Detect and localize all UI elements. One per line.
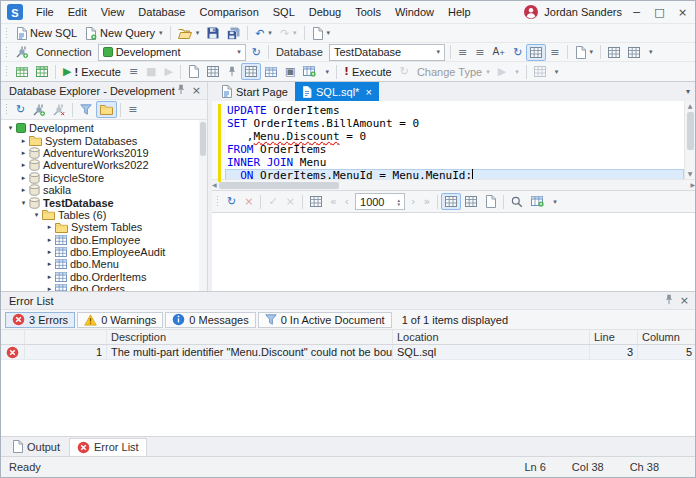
view-more-button[interactable]: ▾ [320,63,333,80]
prev-page-button[interactable]: ‹ [341,193,353,210]
tree-item[interactable]: ▸dbo.OrderItems [1,271,207,283]
refresh-results-button[interactable]: ↻ [396,63,413,80]
refresh-data-button[interactable]: ↻ [223,193,240,210]
pin-results-button[interactable] [223,63,241,80]
toolbar-grip[interactable] [5,65,9,78]
split-view-button[interactable] [530,63,550,80]
refresh-explorer-button[interactable]: ↻ [12,101,29,118]
layout-toggle-button[interactable] [241,63,261,80]
active-document-filter[interactable]: 0 In Active Document [258,312,392,328]
snapshot-button[interactable]: ▣ [281,63,299,80]
pin-icon[interactable] [664,294,674,307]
scrollbar-thumb[interactable] [200,122,206,156]
new-sql-button[interactable]: New SQL [12,25,81,42]
comment-button[interactable]: ≡ [471,44,488,61]
menu-file[interactable]: File [29,3,61,21]
save-all-button[interactable] [223,25,244,42]
menu-help[interactable]: Help [441,3,478,21]
expand-arrow-icon[interactable]: ▸ [18,161,29,169]
expand-arrow-icon[interactable]: ▸ [44,273,55,281]
editor-vertical-scrollbar[interactable]: ▲ ▼ [684,101,695,179]
redo-button[interactable]: ↷▾ [276,25,301,42]
export-grid-button[interactable] [527,193,548,210]
menu-view[interactable]: View [94,3,132,21]
layout-grid-2-button[interactable] [624,44,644,61]
filter-objects-button[interactable] [76,101,96,118]
close-icon[interactable]: × [680,295,689,306]
find-data-button[interactable] [507,193,527,210]
collapse-arrow-icon[interactable]: ▾ [31,211,42,219]
code-area[interactable]: UPDATE OrderItemsSET OrderItems.BillAmou… [212,101,695,179]
font-size-button[interactable]: A+ [488,44,509,61]
user-avatar-icon[interactable] [524,5,538,19]
editor-horizontal-scrollbar[interactable]: ◀ ▶ [212,179,695,190]
tree-item[interactable]: ▸BicycleStore [1,172,207,184]
scrollbar-thumb[interactable] [687,112,694,150]
tree-item[interactable]: ▸System Databases [1,134,207,146]
scrollbar-thumb[interactable] [219,182,339,189]
change-type-button[interactable]: Change Type▾ [413,63,494,80]
tab-list-icon[interactable]: ▾ [686,87,690,96]
cancel-edits-button[interactable]: × [282,193,299,210]
code-line-3[interactable]: ,Menu.Discount = 0 [225,130,684,143]
design-table-button[interactable] [12,63,32,80]
last-page-button[interactable]: » [419,193,434,210]
close-icon[interactable]: × [192,85,201,96]
tree-item[interactable]: ▸dbo.EmployeeAudit [1,246,207,258]
expand-arrow-icon[interactable]: ▸ [18,137,29,145]
tree-item[interactable]: ▾TestDatabase [1,196,207,208]
expand-arrow-icon[interactable]: ▸ [44,223,55,231]
card-view-button[interactable] [481,193,500,210]
sql-editor[interactable]: UPDATE OrderItemsSET OrderItems.BillAmou… [225,101,684,179]
expand-arrow-icon[interactable]: ▸ [18,174,29,182]
column-header-description[interactable]: Description [107,330,393,344]
export-data-button[interactable] [299,63,320,80]
collapse-all-button[interactable]: ≡ [124,101,141,118]
execute-current-button[interactable]: !Execute [340,63,396,80]
menu-edit[interactable]: Edit [61,3,94,21]
pin-icon[interactable] [176,84,186,97]
menu-window[interactable]: Window [388,3,441,21]
expand-arrow-icon[interactable]: ▸ [18,149,29,157]
connect-button[interactable] [29,101,49,118]
new-query-button[interactable]: New Query▾ [81,25,167,42]
grid-more-button[interactable]: ▾ [548,193,561,210]
warnings-filter[interactable]: 0 Warnings [77,312,163,328]
tree-item[interactable]: ▸dbo.Employee [1,234,207,246]
close-icon[interactable]: × [365,86,371,98]
column-header-blank[interactable] [25,330,107,344]
layout-grid-button[interactable] [604,44,624,61]
code-line-6[interactable]: ON OrderItems.MenuId = Menu.MenuId; [225,169,684,179]
tree-item[interactable]: ▸System Tables [1,221,207,233]
scroll-left-icon[interactable]: ◀ [212,180,217,190]
expand-arrow-icon[interactable]: ▸ [44,248,55,256]
grid-view-button[interactable] [441,193,461,210]
tree-item[interactable]: ▸dbo.Menu [1,258,207,270]
group-by-folders-button[interactable] [96,101,117,118]
menu-debug[interactable]: Debug [302,3,348,21]
stop-fetch-button[interactable]: × [240,193,257,210]
apply-edits-button[interactable]: ✓ [264,193,281,210]
toolbar-grip[interactable] [5,46,9,59]
stop-execution-button[interactable]: ■ [142,63,160,80]
tree-item[interactable]: ▸AdventureWorks2019 [1,147,207,159]
minimize-button[interactable]: ─ [628,6,645,19]
error-list-tab[interactable]: Error List [69,438,147,456]
new-connection-button[interactable] [12,44,32,61]
open-file-button[interactable]: ▾ [174,25,204,42]
results-grid-button[interactable] [203,63,223,80]
column-header-line[interactable]: Line [590,330,638,344]
expand-arrow-icon[interactable]: ▸ [18,186,29,194]
tree-item[interactable]: ▸AdventureWorks2022 [1,159,207,171]
column-header-blank[interactable] [1,330,25,344]
apply-changes-button[interactable]: ▶ [494,63,510,80]
undo-button[interactable]: ↶▾ [251,25,276,42]
code-line-1[interactable]: UPDATE OrderItems [225,104,684,117]
menu-tools[interactable]: Tools [348,3,388,21]
snippets-button[interactable]: ≡ [546,44,563,61]
debug-button[interactable]: ▶ [161,63,177,80]
fetch-mode-button[interactable] [306,193,326,210]
edit-connection-button[interactable]: ↻ [248,44,265,61]
pivot-view-button[interactable] [461,193,481,210]
code-line-4[interactable]: FROM OrderItems [225,143,684,156]
